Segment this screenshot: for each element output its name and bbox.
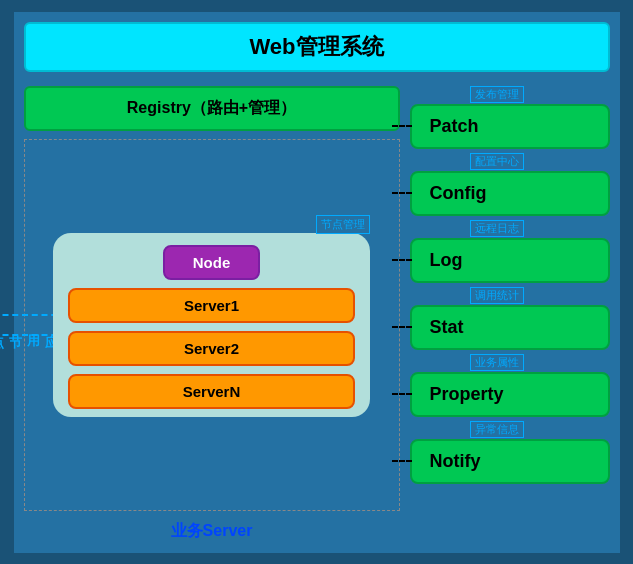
config-label: 配置中心 <box>470 153 524 170</box>
registry-box: Registry（路由+管理） <box>24 86 400 131</box>
left-panel: Registry（路由+管理） 应用节点 节点管理 Node Server1 <box>24 86 400 542</box>
patch-btn-text: Patch <box>430 116 479 136</box>
content-area: Registry（路由+管理） 应用节点 节点管理 Node Server1 <box>24 86 610 542</box>
business-server-label: 业务Server <box>24 521 400 542</box>
notify-item: 异常信息 Notify <box>410 421 610 484</box>
log-btn-text: Log <box>430 250 463 270</box>
patch-label: 发布管理 <box>470 86 524 103</box>
stat-label: 调用统计 <box>470 287 524 304</box>
server2-label: Server2 <box>184 340 239 357</box>
servern-box: ServerN <box>68 374 356 409</box>
patch-button[interactable]: Patch <box>410 104 610 149</box>
server1-box: Server1 <box>68 288 356 323</box>
config-btn-text: Config <box>430 183 487 203</box>
title-bar: Web管理系统 <box>24 22 610 72</box>
log-button[interactable]: Log <box>410 238 610 283</box>
stat-btn-text: Stat <box>430 317 464 337</box>
notify-button[interactable]: Notify <box>410 439 610 484</box>
log-item: 远程日志 Log <box>410 220 610 283</box>
server2-box: Server2 <box>68 331 356 366</box>
property-button[interactable]: Property <box>410 372 610 417</box>
main-container: Web管理系统 Registry（路由+管理） 应用节点 节点管理 Node <box>12 10 622 555</box>
right-panel: 发布管理 Patch 配置中心 Config 远程日志 Log <box>410 86 610 542</box>
config-button[interactable]: Config <box>410 171 610 216</box>
config-item: 配置中心 Config <box>410 153 610 216</box>
property-btn-text: Property <box>430 384 504 404</box>
patch-item: 发布管理 Patch <box>410 86 610 149</box>
node-area: 应用节点 节点管理 Node Server1 Server2 <box>24 139 400 511</box>
servern-label: ServerN <box>183 383 241 400</box>
property-label: 业务属性 <box>470 354 524 371</box>
title-text: Web管理系统 <box>249 34 383 59</box>
inner-box: 节点管理 Node Server1 Server2 ServerN <box>53 233 371 417</box>
stat-item: 调用统计 Stat <box>410 287 610 350</box>
server1-label: Server1 <box>184 297 239 314</box>
property-item: 业务属性 Property <box>410 354 610 417</box>
node-label: Node <box>193 254 231 271</box>
node-box: Node <box>163 245 261 280</box>
node-mgmt-label: 节点管理 <box>316 215 370 234</box>
notify-btn-text: Notify <box>430 451 481 471</box>
log-label: 远程日志 <box>470 220 524 237</box>
notify-label: 异常信息 <box>470 421 524 438</box>
stat-button[interactable]: Stat <box>410 305 610 350</box>
registry-label: Registry（路由+管理） <box>127 99 296 116</box>
